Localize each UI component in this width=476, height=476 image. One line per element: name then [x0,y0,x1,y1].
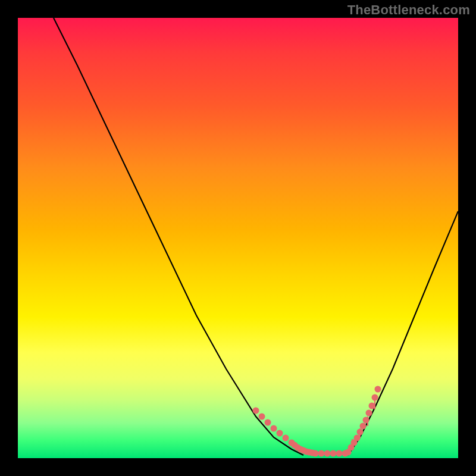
marker-dot [360,423,367,430]
bottom-markers [253,386,381,457]
marker-dot [259,414,265,420]
watermark-text: TheBottleneck.com [347,2,470,18]
marker-dot [372,394,378,401]
marker-dot [283,435,289,441]
marker-dot [330,450,337,457]
marker-dot [324,450,331,457]
marker-dot [271,425,277,432]
curve-layer [18,18,458,458]
curve-paths [54,18,458,455]
marker-dot [265,419,271,426]
chart-frame: TheBottleneck.com [0,0,476,476]
marker-dot [318,450,325,457]
marker-dot [369,403,375,409]
marker-dot [336,450,343,457]
marker-dot [354,435,361,441]
curve-left-arm [54,18,303,455]
marker-dot [253,408,259,414]
marker-dot [312,450,319,457]
marker-dot [366,410,372,416]
marker-dot [375,386,381,393]
marker-dot [277,430,283,437]
